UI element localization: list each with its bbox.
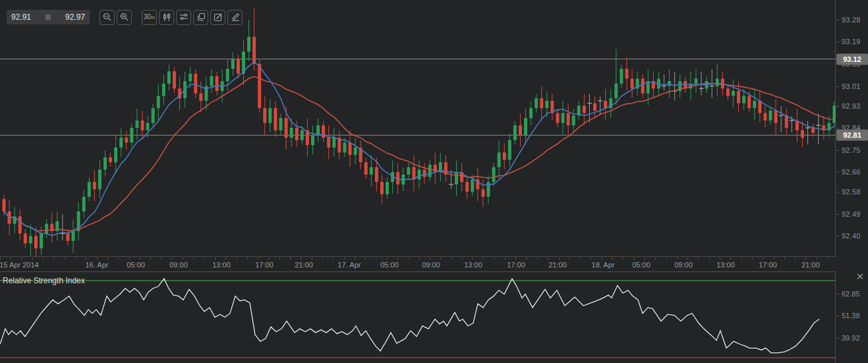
candle-body xyxy=(498,152,501,167)
candle-body xyxy=(747,96,751,109)
time-tick: 09:00 xyxy=(169,261,188,269)
candle-body xyxy=(412,167,415,180)
chart-toolbar: 92.91 92.97 30m xyxy=(7,9,243,25)
rsi-title: Relative Strength Index xyxy=(3,276,85,285)
spread-indicator-icon xyxy=(45,14,51,20)
candle-body xyxy=(386,182,389,194)
candle-body xyxy=(45,224,48,234)
time-axis[interactable]: 15 Apr 201416. Apr05:0009:0013:0017:0021… xyxy=(0,258,836,271)
indicators-button[interactable] xyxy=(176,10,191,25)
rsi-chart[interactable] xyxy=(0,272,836,363)
candle-body xyxy=(82,197,86,211)
draw-button[interactable] xyxy=(227,10,243,25)
candle-body xyxy=(492,167,496,182)
quote-box[interactable]: 92.91 92.97 xyxy=(7,10,90,24)
candle-body xyxy=(332,138,335,148)
rsi-tick: 51.38 xyxy=(842,312,860,320)
close-icon[interactable]: ✕ xyxy=(854,270,867,283)
sliders-icon xyxy=(179,13,188,22)
candle-body xyxy=(93,182,96,189)
candle-body xyxy=(583,105,586,113)
candle-body xyxy=(231,59,235,69)
candle-body xyxy=(593,103,596,111)
time-tick: 09:00 xyxy=(422,261,440,269)
price-tick: 93.19 xyxy=(842,38,861,45)
price-tick: 92.66 xyxy=(842,168,861,176)
candle-body xyxy=(519,125,522,135)
time-tick: 17. Apr xyxy=(338,261,361,269)
zoom-in-icon xyxy=(120,13,129,22)
copy-chart-button[interactable] xyxy=(193,10,208,25)
candle-body xyxy=(40,234,43,248)
candle-body xyxy=(545,101,548,108)
candle-body xyxy=(465,182,469,192)
candle-body xyxy=(258,64,261,108)
candle-body xyxy=(471,179,474,192)
bid-price[interactable]: 92.91 xyxy=(11,13,31,22)
candle-body xyxy=(753,101,756,108)
time-tick: 15 Apr 2014 xyxy=(0,261,39,269)
candle-body xyxy=(620,69,623,83)
rsi-axis[interactable]: 62.8551.3839.92 xyxy=(836,271,868,363)
candle-body xyxy=(311,135,314,145)
candlestick-chart-panel[interactable] xyxy=(0,0,836,257)
zoom-in-button[interactable] xyxy=(117,10,132,25)
candle-body xyxy=(716,78,719,86)
price-tick: 92.58 xyxy=(842,188,861,196)
price-level-badge: 92.81 xyxy=(836,130,868,141)
time-tick: 09:00 xyxy=(674,261,693,269)
candle-body xyxy=(130,128,133,142)
price-tick: 92.93 xyxy=(842,102,861,110)
candle-body xyxy=(567,113,570,126)
ask-price[interactable]: 92.97 xyxy=(65,13,85,22)
edit-annotations-button[interactable] xyxy=(210,10,225,25)
candle-body xyxy=(503,152,506,159)
candle-body xyxy=(418,170,421,180)
time-tick: 13:00 xyxy=(212,261,231,269)
time-tick: 17:00 xyxy=(255,261,274,269)
zoom-out-button[interactable] xyxy=(100,10,115,25)
price-tick: 92.75 xyxy=(842,146,861,154)
candle-body xyxy=(423,170,426,177)
time-tick: 17:00 xyxy=(759,261,777,269)
candle-body xyxy=(726,88,730,96)
candle-body xyxy=(758,101,761,113)
candle-body xyxy=(152,108,155,123)
candlestick-chart[interactable] xyxy=(0,0,836,257)
candle-body xyxy=(167,71,171,84)
timeframe-unit: m xyxy=(151,15,155,20)
time-tick: 18. Apr xyxy=(592,261,615,269)
candle-body xyxy=(141,121,144,130)
candle-body xyxy=(301,130,304,140)
candle-body xyxy=(327,138,330,148)
candle-body xyxy=(455,172,458,184)
rsi-indicator-panel[interactable]: Relative Strength Index xyxy=(0,271,836,363)
candle-body xyxy=(529,108,533,118)
candle-body xyxy=(199,94,202,101)
candle-body xyxy=(34,236,38,248)
candle-body xyxy=(380,182,384,194)
candle-body xyxy=(72,231,75,241)
edit-icon xyxy=(214,13,223,22)
candle-body xyxy=(103,157,107,170)
candle-body xyxy=(247,37,250,51)
chart-type-button[interactable] xyxy=(159,10,174,25)
candle-body xyxy=(625,69,628,78)
price-tick: 92.40 xyxy=(842,232,861,240)
candle-body xyxy=(114,148,117,162)
candle-body xyxy=(146,123,150,130)
candle-body xyxy=(188,74,192,81)
candle-body xyxy=(769,111,772,121)
time-tick: 05:00 xyxy=(632,261,651,269)
price-axis[interactable]: 93.2893.1993.1093.0192.9392.8492.7592.66… xyxy=(836,0,868,257)
candle-body xyxy=(364,162,368,175)
candle-body xyxy=(285,118,288,138)
time-tick: 13:00 xyxy=(716,261,735,269)
rsi-tick: 62.85 xyxy=(842,290,860,298)
candle-body xyxy=(604,101,607,108)
candle-body xyxy=(216,76,219,91)
price-level-badge: 93.12 xyxy=(836,53,868,65)
timeframe-button[interactable]: 30m xyxy=(142,10,157,25)
candle-body xyxy=(173,71,176,88)
time-tick: 13:00 xyxy=(464,261,482,269)
